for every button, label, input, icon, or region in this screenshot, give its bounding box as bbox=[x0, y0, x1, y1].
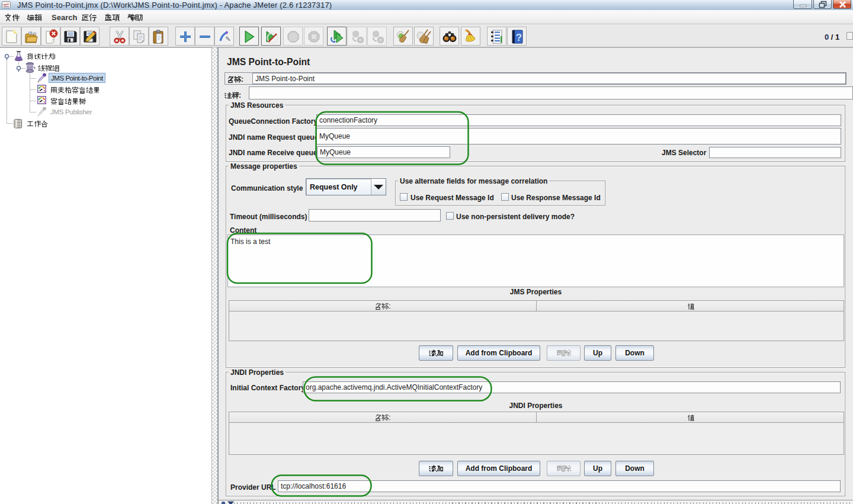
svg-text:?: ? bbox=[516, 32, 522, 43]
